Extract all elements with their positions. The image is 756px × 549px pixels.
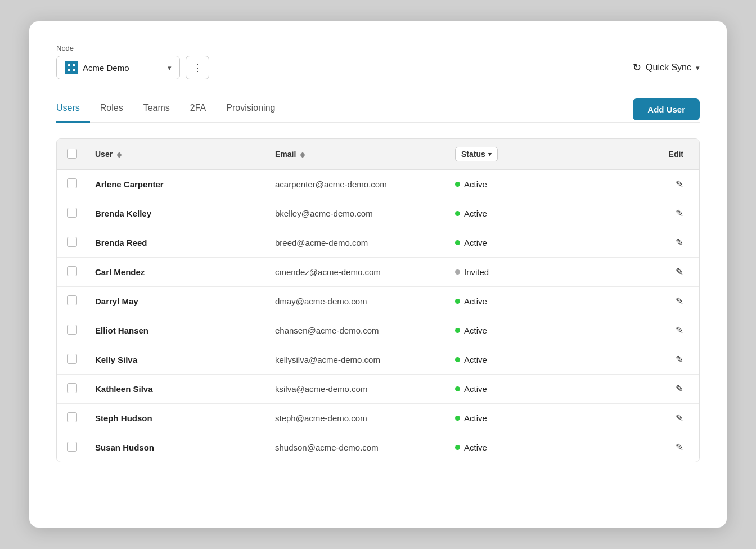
table-row: Susan Hudson shudson@acme-demo.com Activ…	[57, 433, 699, 462]
select-all-checkbox[interactable]	[67, 148, 77, 159]
table-row: Kelly Silva kellysilva@acme-demo.com Act…	[57, 345, 699, 375]
header-edit: Edit	[559, 139, 699, 170]
row-checkbox-0[interactable]	[67, 178, 77, 188]
status-dot-icon	[455, 269, 460, 274]
header-checkbox-cell	[57, 139, 86, 170]
row-user-name: Darryl May	[86, 287, 266, 316]
row-checkbox-2[interactable]	[67, 237, 77, 247]
row-edit-cell: ✎	[559, 375, 699, 404]
edit-icon[interactable]: ✎	[676, 179, 683, 190]
users-table: User Email	[56, 138, 700, 462]
quick-sync-chevron-icon: ▾	[696, 64, 700, 72]
tab-provisioning[interactable]: Provisioning	[216, 97, 285, 123]
node-left: Acme Demo ▾ ⋮	[56, 56, 209, 79]
tab-roles[interactable]: Roles	[90, 97, 133, 123]
edit-icon[interactable]: ✎	[676, 442, 683, 453]
tabs: Users Roles Teams 2FA Provisioning	[56, 97, 285, 122]
status-dot-icon	[455, 416, 460, 421]
table-row: Steph Hudson steph@acme-demo.com Active …	[57, 404, 699, 433]
edit-icon[interactable]: ✎	[676, 296, 683, 307]
row-user-email: kellysilva@acme-demo.com	[266, 345, 446, 375]
row-user-email: ksilva@acme-demo.com	[266, 375, 446, 404]
row-checkbox-cell	[57, 316, 86, 345]
tab-2fa[interactable]: 2FA	[180, 97, 216, 123]
row-checkbox-cell	[57, 433, 86, 462]
row-user-email: shudson@acme-demo.com	[266, 433, 446, 462]
row-user-email: cmendez@acme-demo.com	[266, 258, 446, 287]
edit-icon[interactable]: ✎	[676, 354, 683, 365]
status-badge: Active	[455, 384, 550, 394]
row-user-name: Susan Hudson	[86, 433, 266, 462]
status-dot-icon	[455, 445, 460, 450]
status-text: Active	[464, 443, 487, 452]
status-dot-icon	[455, 211, 460, 216]
node-dropdown-icon	[65, 61, 78, 74]
status-badge: Active	[455, 296, 550, 306]
row-checkbox-5[interactable]	[67, 325, 77, 335]
tab-users[interactable]: Users	[56, 97, 90, 123]
status-text: Active	[464, 413, 487, 423]
status-dot-icon	[455, 386, 460, 392]
status-text: Active	[464, 326, 487, 335]
status-text: Active	[464, 296, 487, 306]
row-checkbox-3[interactable]	[67, 266, 77, 276]
email-sort-icon[interactable]	[300, 152, 305, 158]
row-user-status: Active	[446, 170, 559, 199]
status-text: Active	[464, 384, 487, 394]
status-badge: Active	[455, 443, 550, 452]
node-more-button[interactable]: ⋮	[186, 56, 209, 79]
table-row: Brenda Kelley bkelley@acme-demo.com Acti…	[57, 199, 699, 228]
row-checkbox-cell	[57, 258, 86, 287]
header-status: Status ▾	[446, 139, 559, 170]
quick-sync-refresh-icon: ↻	[633, 61, 641, 74]
svg-rect-0	[68, 64, 70, 66]
edit-icon[interactable]: ✎	[676, 208, 683, 219]
row-checkbox-8[interactable]	[67, 412, 77, 422]
svg-rect-3	[73, 69, 75, 71]
table-row: Darryl May dmay@acme-demo.com Active ✎	[57, 287, 699, 316]
row-user-name: Arlene Carpenter	[86, 170, 266, 199]
edit-icon[interactable]: ✎	[676, 413, 683, 424]
row-user-name: Carl Mendez	[86, 258, 266, 287]
status-text: Active	[464, 179, 487, 189]
quick-sync-button[interactable]: ↻ Quick Sync ▾	[633, 61, 700, 74]
row-user-status: Active	[446, 375, 559, 404]
row-checkbox-cell	[57, 199, 86, 228]
row-edit-cell: ✎	[559, 228, 699, 258]
main-window: Node Acme Demo ▾ ⋮ ↻ Quick Sync ▾	[29, 21, 727, 528]
table-row: Arlene Carpenter acarpenter@acme-demo.co…	[57, 170, 699, 199]
edit-icon[interactable]: ✎	[676, 267, 683, 277]
status-filter-button[interactable]: Status ▾	[455, 147, 498, 161]
status-text: Active	[464, 209, 487, 218]
edit-icon[interactable]: ✎	[676, 237, 683, 248]
row-edit-cell: ✎	[559, 345, 699, 375]
row-user-status: Active	[446, 433, 559, 462]
row-user-status: Active	[446, 287, 559, 316]
status-badge: Active	[455, 355, 550, 364]
row-user-status: Active	[446, 199, 559, 228]
status-dot-icon	[455, 328, 460, 333]
edit-icon[interactable]: ✎	[676, 325, 683, 336]
tab-teams[interactable]: Teams	[133, 97, 180, 123]
row-user-name: Brenda Kelley	[86, 199, 266, 228]
row-edit-cell: ✎	[559, 404, 699, 433]
row-edit-cell: ✎	[559, 258, 699, 287]
node-dropdown[interactable]: Acme Demo ▾	[56, 56, 180, 79]
row-checkbox-4[interactable]	[67, 295, 77, 305]
status-dot-icon	[455, 357, 460, 362]
node-row: Acme Demo ▾ ⋮ ↻ Quick Sync ▾	[56, 56, 700, 79]
row-user-status: Active	[446, 345, 559, 375]
row-user-name: Kathleen Silva	[86, 375, 266, 404]
row-user-status: Active	[446, 228, 559, 258]
row-checkbox-1[interactable]	[67, 208, 77, 218]
edit-icon[interactable]: ✎	[676, 384, 683, 394]
row-checkbox-cell	[57, 228, 86, 258]
add-user-button[interactable]: Add User	[633, 98, 700, 120]
row-checkbox-7[interactable]	[67, 383, 77, 393]
row-user-email: steph@acme-demo.com	[266, 404, 446, 433]
user-sort-icon[interactable]	[117, 152, 122, 158]
row-checkbox-6[interactable]	[67, 354, 77, 364]
svg-rect-2	[68, 69, 70, 71]
row-edit-cell: ✎	[559, 316, 699, 345]
row-checkbox-9[interactable]	[67, 442, 77, 452]
